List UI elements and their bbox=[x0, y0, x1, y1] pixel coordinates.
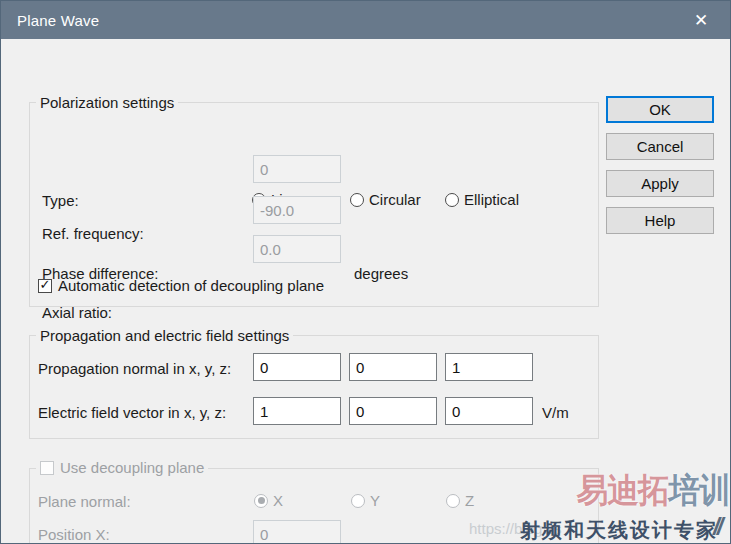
propagation-normal-label: Propagation normal in x, y, z: bbox=[38, 360, 231, 377]
use-decoupling-label: Use decoupling plane bbox=[60, 459, 204, 476]
watermark-brand-blue: 培训 bbox=[669, 471, 730, 509]
axial-ratio-label: Axial ratio: bbox=[42, 304, 112, 321]
efield-unit-label: V/m bbox=[542, 404, 569, 421]
propagation-settings-legend: Propagation and electric field settings bbox=[36, 327, 293, 344]
ref-frequency-label: Ref. frequency: bbox=[42, 225, 144, 242]
propagation-normal-y-field[interactable] bbox=[349, 353, 437, 381]
radio-elliptical-icon bbox=[445, 193, 459, 207]
radio-circular-label: Circular bbox=[369, 191, 421, 208]
ok-button[interactable]: OK bbox=[606, 96, 714, 123]
dialog-body: Polarization settings Type: Linear Circu… bbox=[1, 39, 731, 544]
polarization-settings-group: Polarization settings Type: Linear Circu… bbox=[29, 102, 599, 307]
titlebar[interactable]: Plane Wave ✕ bbox=[1, 1, 730, 39]
watermark-brand-pink: 易迪拓 bbox=[577, 471, 669, 509]
propagation-normal-x-field[interactable] bbox=[253, 353, 341, 381]
radio-plane-z: Z bbox=[446, 492, 474, 509]
propagation-settings-group: Propagation and electric field settings … bbox=[29, 335, 599, 439]
radio-plane-x-icon bbox=[254, 494, 268, 508]
watermark-tagline: 射频和天线设计专家 bbox=[520, 517, 718, 544]
plane-wave-dialog: Plane Wave ✕ Polarization settings Type:… bbox=[0, 0, 731, 544]
help-button[interactable]: Help bbox=[606, 207, 714, 234]
radio-plane-x: X bbox=[254, 492, 283, 509]
watermark-brand: 易迪拓培训 bbox=[577, 468, 730, 514]
watermark-slashes: // bbox=[713, 513, 720, 541]
radio-elliptical-label: Elliptical bbox=[464, 191, 519, 208]
radio-plane-z-icon bbox=[446, 494, 460, 508]
propagation-normal-z-field[interactable] bbox=[445, 353, 533, 381]
radio-elliptical[interactable]: Elliptical bbox=[445, 191, 519, 208]
use-decoupling-checkbox-icon: ✓ bbox=[40, 461, 54, 475]
type-label: Type: bbox=[42, 192, 79, 209]
window-title: Plane Wave bbox=[1, 12, 99, 29]
radio-plane-z-label: Z bbox=[465, 492, 474, 509]
auto-detect-label: Automatic detection of decoupling plane bbox=[58, 277, 324, 294]
ref-frequency-field bbox=[253, 155, 341, 183]
auto-detect-checkbox-icon: ✓ bbox=[38, 279, 52, 293]
cancel-button[interactable]: Cancel bbox=[606, 133, 714, 160]
polarization-settings-legend: Polarization settings bbox=[36, 94, 178, 111]
position-x-label: Position X: bbox=[38, 526, 110, 543]
efield-x-field[interactable] bbox=[253, 397, 341, 425]
phase-difference-field bbox=[253, 196, 341, 224]
radio-plane-y: Y bbox=[351, 492, 380, 509]
position-x-field bbox=[253, 520, 341, 544]
apply-button[interactable]: Apply bbox=[606, 170, 714, 197]
efield-y-field[interactable] bbox=[349, 397, 437, 425]
radio-plane-x-label: X bbox=[273, 492, 283, 509]
axial-ratio-field bbox=[253, 235, 341, 263]
auto-detect-checkbox-row[interactable]: ✓ Automatic detection of decoupling plan… bbox=[38, 277, 324, 294]
radio-plane-y-label: Y bbox=[370, 492, 380, 509]
plane-normal-label: Plane normal: bbox=[38, 493, 131, 510]
use-decoupling-checkbox-row[interactable]: ✓ Use decoupling plane bbox=[36, 459, 208, 476]
radio-plane-y-icon bbox=[351, 494, 365, 508]
phase-unit-label: degrees bbox=[354, 265, 408, 282]
close-icon[interactable]: ✕ bbox=[680, 1, 722, 39]
radio-circular-icon bbox=[350, 193, 364, 207]
efield-vector-label: Electric field vector in x, y, z: bbox=[38, 404, 226, 421]
efield-z-field[interactable] bbox=[445, 397, 533, 425]
radio-circular[interactable]: Circular bbox=[350, 191, 421, 208]
